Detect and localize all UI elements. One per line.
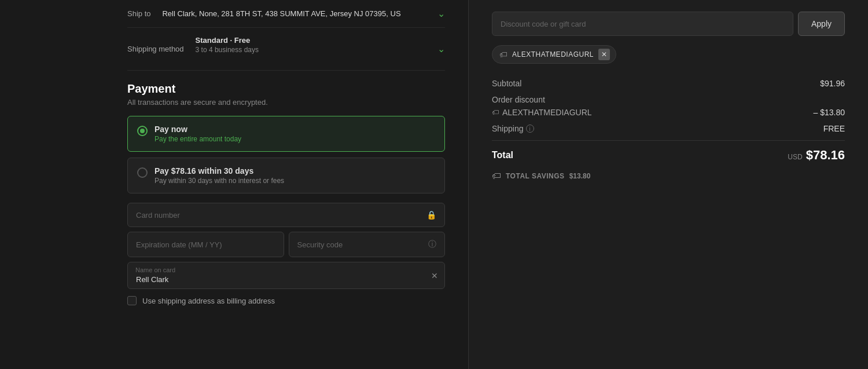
order-summary: Subtotal $91.96 Order discount 🏷 ALEXTHA… [492,75,845,181]
total-amount: $78.16 [806,148,845,163]
shipping-method-chevron-icon: ⌄ [437,43,445,54]
total-row: Total USD $78.16 [492,140,845,166]
total-currency: USD [788,153,802,161]
coupon-remove-button[interactable]: ✕ [598,49,610,60]
apply-button[interactable]: Apply [798,12,845,36]
lock-icon: 🔒 [426,210,436,220]
billing-address-checkbox[interactable] [127,296,137,305]
discount-row: Apply [492,12,845,36]
shipping-row: Shipping i FREE [492,120,845,137]
pay-now-option[interactable]: Pay now Pay the entire amount today [127,116,445,152]
discount-small-icon: 🏷 [492,108,499,116]
security-field[interactable]: ⓘ [289,232,446,257]
savings-row: 🏷 TOTAL SAVINGS $13.80 [492,171,845,181]
card-number-input[interactable] [136,211,426,220]
shipping-method-label: Shipping method [127,45,184,53]
security-info-icon[interactable]: ⓘ [428,239,436,250]
discount-code-name-text: ALEXTHATMEDIAGURL [502,108,592,117]
shipping-value: FREE [823,124,845,133]
coupon-tag: 🏷 ALEXTHATMEDIAGURL ✕ [492,45,616,64]
discount-code-row: 🏷 ALEXTHATMEDIAGURL – $13.80 [492,108,845,120]
subtotal-label: Subtotal [492,79,521,88]
card-expiry-security-row: ⓘ [127,232,445,257]
ship-to-row[interactable]: Ship to Rell Clark, None, 281 8TH ST, 43… [127,0,445,28]
subtotal-row: Subtotal $91.96 [492,75,845,92]
savings-icon: 🏷 [492,171,501,181]
total-value-wrapper: USD $78.16 [788,148,845,163]
savings-amount: $13.80 [569,172,591,180]
security-input[interactable] [297,240,429,249]
discount-input[interactable] [492,12,793,36]
shipping-days: 3 to 4 business days [196,46,437,54]
subtotal-value: $91.96 [820,79,845,88]
order-discount-label: Order discount [492,95,545,104]
pay-later-text: Pay $78.16 within 30 days Pay within 30 … [155,166,284,185]
pay-now-label: Pay now [155,125,241,134]
expiry-input[interactable] [136,240,275,249]
shipping-label-wrapper: Shipping i [492,124,534,133]
pay-later-sublabel: Pay within 30 days with no interest or f… [155,177,284,185]
coupon-code-text: ALEXTHATMEDIAGURL [512,50,594,59]
billing-address-label: Use shipping address as billing address [142,297,275,305]
card-number-field[interactable]: 🔒 [127,203,445,227]
ship-to-chevron-icon: ⌄ [437,8,445,19]
pay-now-radio-fill [140,129,145,133]
pay-later-option[interactable]: Pay $78.16 within 30 days Pay within 30 … [127,158,445,193]
name-on-card-label: Name on card [135,266,175,273]
payment-title: Payment [127,82,445,96]
shipping-standard-free: Standard · Free [196,36,437,45]
order-discount-row: Order discount [492,92,845,108]
ship-to-label: Ship to [127,9,150,18]
expiry-field[interactable] [127,232,284,257]
shipping-label-text: Shipping [492,124,524,133]
pay-now-text: Pay now Pay the entire amount today [155,125,241,143]
left-panel: Ship to Rell Clark, None, 281 8TH ST, 43… [0,0,469,369]
pay-later-radio[interactable] [137,167,148,178]
total-label: Total [492,150,513,160]
coupon-tag-icon: 🏷 [499,50,507,59]
ship-to-value: Rell Clark, None, 281 8TH ST, 438 SUMMIT… [162,9,437,18]
savings-label: TOTAL SAVINGS [506,172,565,180]
payment-subtitle: All transactions are secure and encrypte… [127,98,445,107]
shipping-info-icon[interactable]: i [526,125,534,133]
billing-address-row[interactable]: Use shipping address as billing address [127,296,445,305]
pay-now-radio[interactable] [137,126,148,136]
discount-code-label: 🏷 ALEXTHATMEDIAGURL [492,108,592,117]
right-panel: Apply 🏷 ALEXTHATMEDIAGURL ✕ Subtotal $91… [469,0,868,369]
name-on-card-wrapper[interactable]: Name on card ✕ [127,262,445,289]
pay-later-label: Pay $78.16 within 30 days [155,166,284,176]
clear-name-icon[interactable]: ✕ [431,271,438,280]
shipping-method-value: Standard · Free 3 to 4 business days [196,36,437,62]
discount-amount: – $13.80 [814,108,845,117]
shipping-method-row[interactable]: Shipping method Standard · Free 3 to 4 b… [127,28,445,71]
pay-now-sublabel: Pay the entire amount today [155,135,241,143]
